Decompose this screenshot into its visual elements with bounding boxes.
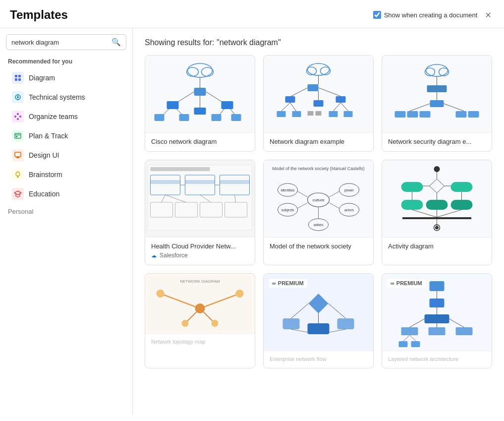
sidebar-item-education-label: Education	[29, 190, 59, 198]
svg-rect-79	[151, 180, 180, 184]
sidebar-item-brainstorm[interactable]: Brainstorm	[4, 165, 128, 184]
svg-rect-81	[185, 180, 215, 184]
close-button[interactable]: ×	[482, 9, 494, 21]
template-card-security[interactable]: Network security diagram e...	[382, 55, 492, 152]
template-card-7[interactable]: NETWORK DIAGRAM Network topolog	[145, 273, 255, 368]
svg-rect-26	[194, 88, 206, 96]
svg-line-150	[291, 329, 308, 332]
template-card-cisco[interactable]: Cisco network diagram	[145, 55, 255, 152]
svg-text:sellers: sellers	[313, 223, 324, 227]
technical-icon	[12, 91, 24, 103]
template-card-9-premium[interactable]: ∞ PREMIUM	[382, 273, 492, 368]
svg-rect-75	[468, 111, 479, 118]
svg-point-139	[236, 290, 244, 298]
sidebar-item-diagram[interactable]: Diagram	[4, 68, 128, 87]
svg-point-112	[434, 166, 440, 172]
svg-line-144	[291, 303, 309, 318]
sidebar-item-plan[interactable]: Plan & Track	[4, 126, 128, 145]
card-7-info: Network topology map	[145, 333, 255, 351]
svg-point-24	[202, 67, 214, 76]
card-8-title: Enterprise network flow	[270, 356, 367, 362]
svg-rect-45	[308, 84, 319, 91]
diagram-icon	[12, 72, 24, 84]
plan-icon	[12, 130, 24, 142]
sidebar-item-education[interactable]: Education	[4, 184, 128, 203]
page-title: Templates	[10, 8, 68, 22]
templates-grid: Cisco network diagram	[145, 55, 492, 368]
svg-rect-38	[179, 114, 189, 121]
svg-rect-40	[231, 114, 241, 121]
svg-line-55	[341, 103, 348, 111]
svg-point-41	[308, 63, 330, 75]
premium-icon-8: ∞	[272, 280, 276, 286]
svg-rect-61	[316, 111, 322, 116]
svg-rect-72	[407, 111, 418, 118]
sidebar-item-design[interactable]: Design UI	[4, 146, 128, 165]
card-health-cloud-title: Health Cloud Provider Netw...	[151, 242, 249, 250]
card-activity-thumb	[382, 160, 492, 237]
svg-rect-156	[425, 314, 449, 323]
svg-rect-165	[399, 341, 408, 347]
header: Templates Show when creating a document …	[0, 0, 504, 28]
svg-line-48	[319, 88, 341, 96]
card-security-thumb	[382, 56, 492, 132]
show-checkbox-label[interactable]: Show when creating a document	[373, 11, 478, 19]
card-activity-info: Activity diagram	[382, 237, 492, 256]
body-layout: 🔍 Recommended for you Diagram Technical …	[0, 28, 504, 415]
svg-rect-149	[308, 323, 330, 334]
svg-line-53	[290, 103, 296, 111]
design-icon	[12, 149, 24, 161]
svg-rect-37	[155, 114, 165, 121]
sidebar-item-technical-label: Technical systems	[29, 93, 85, 101]
template-card-8-premium[interactable]: ∞ PREMIUM	[263, 273, 374, 368]
card-8-thumb: ∞ PREMIUM	[264, 274, 373, 351]
template-card-activity[interactable]: Activity diagram	[382, 160, 492, 265]
svg-rect-123	[451, 200, 473, 210]
svg-rect-14	[16, 136, 17, 137]
template-card-health-cloud[interactable]: Health Cloud Provider Netw... ☁ Salesfor…	[145, 160, 255, 265]
sidebar-item-technical[interactable]: Technical systems	[4, 88, 128, 107]
sidebar-item-diagram-label: Diagram	[29, 74, 55, 82]
search-icon[interactable]: 🔍	[112, 38, 121, 47]
svg-rect-120	[401, 200, 423, 210]
svg-rect-77	[151, 167, 210, 171]
svg-marker-143	[309, 294, 329, 313]
card-cisco-info: Cisco network diagram	[145, 132, 255, 151]
template-card-network-example[interactable]: Network diagram example	[263, 55, 374, 152]
results-heading: Showing results for: "network diagram"	[145, 38, 492, 47]
svg-rect-2	[15, 78, 17, 81]
template-card-network-society[interactable]: Model of the network society (Manuel Cas…	[263, 160, 374, 265]
svg-rect-60	[308, 111, 314, 116]
sidebar-personal[interactable]: Personal	[0, 204, 132, 219]
svg-rect-8	[14, 116, 16, 118]
card-network-example-info: Network diagram example	[264, 132, 373, 151]
svg-line-157	[410, 319, 425, 327]
svg-text:power: power	[344, 188, 354, 192]
svg-line-52	[281, 103, 290, 111]
svg-point-17	[16, 172, 20, 176]
svg-rect-50	[314, 100, 324, 107]
svg-rect-49	[285, 96, 295, 103]
search-box[interactable]: 🔍	[6, 34, 126, 50]
show-when-label: Show when creating a document	[384, 11, 478, 19]
svg-line-125	[412, 210, 437, 217]
svg-rect-73	[420, 111, 431, 118]
sidebar-item-brainstorm-label: Brainstorm	[29, 171, 62, 179]
card-9-info: Layered network architecture	[382, 351, 492, 368]
svg-rect-12	[15, 133, 21, 138]
show-when-creating-checkbox[interactable]	[373, 11, 381, 19]
card-9-title: Layered network architecture	[388, 356, 486, 362]
card-7-title: Network topology map	[151, 339, 249, 345]
svg-point-5	[17, 96, 19, 98]
svg-point-142	[212, 320, 219, 327]
sidebar-item-organize[interactable]: Organize teams	[4, 107, 128, 126]
svg-text:subjects: subjects	[281, 208, 294, 212]
sidebar: 🔍 Recommended for you Diagram Technical …	[0, 28, 133, 415]
svg-line-54	[334, 103, 341, 111]
search-input[interactable]	[11, 39, 109, 46]
card-network-example-thumb	[264, 56, 373, 132]
svg-rect-15	[15, 152, 21, 157]
svg-rect-74	[456, 111, 467, 118]
svg-marker-21	[14, 191, 21, 195]
svg-point-62	[426, 64, 448, 76]
